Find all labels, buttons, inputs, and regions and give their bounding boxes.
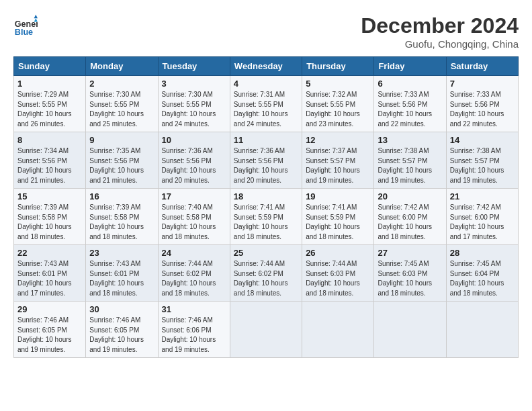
calendar-cell: 19Sunrise: 7:41 AM Sunset: 5:59 PM Dayli… (302, 189, 374, 245)
day-info: Sunrise: 7:36 AM Sunset: 5:56 PM Dayligh… (162, 146, 226, 185)
calendar-cell: 24Sunrise: 7:44 AM Sunset: 6:02 PM Dayli… (158, 245, 230, 302)
weekday-header-monday: Monday (86, 57, 158, 76)
day-number: 21 (450, 191, 515, 201)
header: General Blue December 2024 Guofu, Chongq… (13, 13, 519, 50)
calendar-cell: 25Sunrise: 7:44 AM Sunset: 6:02 PM Dayli… (230, 245, 302, 302)
day-number: 28 (450, 248, 515, 258)
calendar-cell: 13Sunrise: 7:38 AM Sunset: 5:57 PM Dayli… (374, 132, 446, 189)
day-info: Sunrise: 7:43 AM Sunset: 6:01 PM Dayligh… (17, 259, 82, 298)
day-info: Sunrise: 7:42 AM Sunset: 6:00 PM Dayligh… (378, 203, 442, 242)
day-info: Sunrise: 7:42 AM Sunset: 6:00 PM Dayligh… (450, 203, 515, 242)
calendar-cell: 6Sunrise: 7:33 AM Sunset: 5:56 PM Daylig… (374, 76, 446, 132)
day-number: 22 (17, 248, 82, 258)
calendar-cell: 23Sunrise: 7:43 AM Sunset: 6:01 PM Dayli… (86, 245, 158, 302)
day-info: Sunrise: 7:30 AM Sunset: 5:55 PM Dayligh… (162, 90, 226, 129)
day-number: 30 (89, 304, 154, 314)
day-number: 23 (89, 248, 154, 258)
day-number: 10 (162, 135, 226, 145)
calendar-cell: 14Sunrise: 7:38 AM Sunset: 5:57 PM Dayli… (446, 132, 518, 189)
day-number: 9 (89, 135, 154, 145)
day-number: 1 (17, 79, 82, 89)
weekday-header-tuesday: Tuesday (158, 57, 230, 76)
day-info: Sunrise: 7:41 AM Sunset: 5:59 PM Dayligh… (306, 203, 370, 242)
day-number: 31 (162, 304, 226, 314)
calendar-cell: 22Sunrise: 7:43 AM Sunset: 6:01 PM Dayli… (14, 245, 86, 302)
day-info: Sunrise: 7:44 AM Sunset: 6:02 PM Dayligh… (162, 259, 226, 298)
day-number: 7 (450, 79, 515, 89)
day-info: Sunrise: 7:44 AM Sunset: 6:03 PM Dayligh… (306, 259, 370, 298)
day-info: Sunrise: 7:38 AM Sunset: 5:57 PM Dayligh… (450, 146, 515, 185)
calendar-cell: 8Sunrise: 7:34 AM Sunset: 5:56 PM Daylig… (14, 132, 86, 189)
day-number: 15 (17, 191, 82, 201)
day-info: Sunrise: 7:32 AM Sunset: 5:55 PM Dayligh… (306, 90, 370, 129)
day-number: 25 (234, 248, 298, 258)
calendar-cell: 2Sunrise: 7:30 AM Sunset: 5:55 PM Daylig… (86, 76, 158, 132)
day-info: Sunrise: 7:46 AM Sunset: 6:06 PM Dayligh… (162, 316, 226, 355)
calendar-cell: 9Sunrise: 7:35 AM Sunset: 5:56 PM Daylig… (86, 132, 158, 189)
calendar-cell: 20Sunrise: 7:42 AM Sunset: 6:00 PM Dayli… (374, 189, 446, 245)
calendar-cell: 1Sunrise: 7:29 AM Sunset: 5:55 PM Daylig… (14, 76, 86, 132)
weekday-header-wednesday: Wednesday (230, 57, 302, 76)
day-number: 2 (89, 79, 154, 89)
day-number: 24 (162, 248, 226, 258)
calendar-cell (446, 302, 518, 358)
calendar-cell: 21Sunrise: 7:42 AM Sunset: 6:00 PM Dayli… (446, 189, 518, 245)
month-title: December 2024 (361, 13, 519, 38)
day-info: Sunrise: 7:39 AM Sunset: 5:58 PM Dayligh… (89, 203, 154, 242)
day-info: Sunrise: 7:38 AM Sunset: 5:57 PM Dayligh… (378, 146, 442, 185)
day-number: 6 (378, 79, 442, 89)
calendar-cell: 7Sunrise: 7:33 AM Sunset: 5:56 PM Daylig… (446, 76, 518, 132)
day-number: 26 (306, 248, 370, 258)
weekday-header-thursday: Thursday (302, 57, 374, 76)
day-number: 3 (162, 79, 226, 89)
calendar-cell: 15Sunrise: 7:39 AM Sunset: 5:58 PM Dayli… (14, 189, 86, 245)
calendar-cell: 10Sunrise: 7:36 AM Sunset: 5:56 PM Dayli… (158, 132, 230, 189)
svg-text:Blue: Blue (15, 28, 33, 37)
day-info: Sunrise: 7:29 AM Sunset: 5:55 PM Dayligh… (17, 90, 82, 129)
day-info: Sunrise: 7:46 AM Sunset: 6:05 PM Dayligh… (17, 316, 82, 355)
calendar-cell (374, 302, 446, 358)
day-number: 12 (306, 135, 370, 145)
title-area: December 2024 Guofu, Chongqing, China (361, 13, 519, 50)
day-info: Sunrise: 7:41 AM Sunset: 5:59 PM Dayligh… (234, 203, 298, 242)
calendar-cell: 29Sunrise: 7:46 AM Sunset: 6:05 PM Dayli… (14, 302, 86, 358)
calendar-cell: 17Sunrise: 7:40 AM Sunset: 5:58 PM Dayli… (158, 189, 230, 245)
calendar-cell: 5Sunrise: 7:32 AM Sunset: 5:55 PM Daylig… (302, 76, 374, 132)
day-info: Sunrise: 7:44 AM Sunset: 6:02 PM Dayligh… (234, 259, 298, 298)
day-number: 17 (162, 191, 226, 201)
day-info: Sunrise: 7:33 AM Sunset: 5:56 PM Dayligh… (450, 90, 515, 129)
day-number: 5 (306, 79, 370, 89)
location-title: Guofu, Chongqing, China (361, 38, 519, 50)
day-number: 16 (89, 191, 154, 201)
calendar-cell: 31Sunrise: 7:46 AM Sunset: 6:06 PM Dayli… (158, 302, 230, 358)
weekday-header-sunday: Sunday (14, 57, 86, 76)
calendar-cell: 4Sunrise: 7:31 AM Sunset: 5:55 PM Daylig… (230, 76, 302, 132)
calendar-cell: 12Sunrise: 7:37 AM Sunset: 5:57 PM Dayli… (302, 132, 374, 189)
day-number: 11 (234, 135, 298, 145)
day-number: 18 (234, 191, 298, 201)
logo-icon: General Blue (13, 13, 38, 38)
day-number: 14 (450, 135, 515, 145)
day-info: Sunrise: 7:33 AM Sunset: 5:56 PM Dayligh… (378, 90, 442, 129)
day-number: 13 (378, 135, 442, 145)
day-info: Sunrise: 7:31 AM Sunset: 5:55 PM Dayligh… (234, 90, 298, 129)
day-info: Sunrise: 7:45 AM Sunset: 6:04 PM Dayligh… (450, 259, 515, 298)
day-number: 29 (17, 304, 82, 314)
day-info: Sunrise: 7:35 AM Sunset: 5:56 PM Dayligh… (89, 146, 154, 185)
day-info: Sunrise: 7:37 AM Sunset: 5:57 PM Dayligh… (306, 146, 370, 185)
calendar-cell: 26Sunrise: 7:44 AM Sunset: 6:03 PM Dayli… (302, 245, 374, 302)
day-info: Sunrise: 7:30 AM Sunset: 5:55 PM Dayligh… (89, 90, 154, 129)
day-number: 27 (378, 248, 442, 258)
day-number: 4 (234, 79, 298, 89)
weekday-header-friday: Friday (374, 57, 446, 76)
day-info: Sunrise: 7:45 AM Sunset: 6:03 PM Dayligh… (378, 259, 442, 298)
day-number: 8 (17, 135, 82, 145)
calendar-cell: 30Sunrise: 7:46 AM Sunset: 6:05 PM Dayli… (86, 302, 158, 358)
calendar-cell (302, 302, 374, 358)
calendar-table: SundayMondayTuesdayWednesdayThursdayFrid… (13, 56, 519, 358)
day-info: Sunrise: 7:46 AM Sunset: 6:05 PM Dayligh… (89, 316, 154, 355)
day-number: 20 (378, 191, 442, 201)
calendar-cell (230, 302, 302, 358)
svg-marker-2 (34, 15, 38, 18)
calendar-cell: 16Sunrise: 7:39 AM Sunset: 5:58 PM Dayli… (86, 189, 158, 245)
